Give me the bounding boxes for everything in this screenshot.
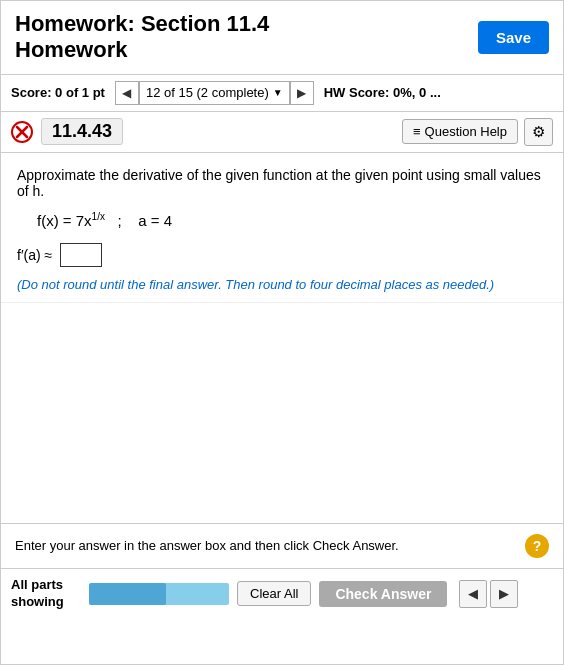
bottom-nav-prev-button[interactable]: ◀ xyxy=(459,580,487,608)
help-button[interactable]: ? xyxy=(525,534,549,558)
question-help-button[interactable]: ≡ Question Help xyxy=(402,119,518,144)
nav-next-button[interactable]: ▶ xyxy=(290,81,314,105)
answer-row: f′(a) ≈ xyxy=(17,243,547,267)
hint-text: (Do not round until the final answer. Th… xyxy=(17,277,547,292)
save-button[interactable]: Save xyxy=(478,21,549,54)
problem-content: Approximate the derivative of the given … xyxy=(1,153,563,303)
dropdown-arrow-icon: ▼ xyxy=(273,87,283,98)
all-parts-label: All partsshowing xyxy=(11,577,81,611)
clear-all-button[interactable]: Clear All xyxy=(237,581,311,606)
progress-bar xyxy=(89,583,229,605)
footer-text: Enter your answer in the answer box and … xyxy=(15,538,399,553)
bottom-nav: ◀ ▶ xyxy=(459,580,518,608)
problem-id: 11.4.43 xyxy=(41,118,123,145)
work-area xyxy=(1,303,563,523)
footer-instructions: Enter your answer in the answer box and … xyxy=(1,523,563,568)
check-answer-button[interactable]: Check Answer xyxy=(319,581,447,607)
page-title: Homework: Section 11.4 Homework xyxy=(15,11,269,64)
problem-id-area: 11.4.43 xyxy=(11,118,123,145)
problem-function: f(x) = 7x1/x ; a = 4 xyxy=(37,211,547,229)
incorrect-icon xyxy=(11,121,33,143)
list-icon: ≡ xyxy=(413,124,421,139)
header: Homework: Section 11.4 Homework Save xyxy=(1,1,563,75)
nav-prev-button[interactable]: ◀ xyxy=(115,81,139,105)
problem-instruction: Approximate the derivative of the given … xyxy=(17,167,547,199)
answer-input[interactable] xyxy=(60,243,102,267)
right-controls: ≡ Question Help ⚙ xyxy=(402,118,553,146)
progress-bar-fill xyxy=(89,583,166,605)
hw-score-label: HW Score: 0%, 0 ... xyxy=(324,85,441,100)
problem-nav-dropdown[interactable]: 12 of 15 (2 complete) ▼ xyxy=(139,81,290,105)
bottom-nav-next-button[interactable]: ▶ xyxy=(490,580,518,608)
bottom-bar: All partsshowing Clear All Check Answer … xyxy=(1,568,563,619)
settings-button[interactable]: ⚙ xyxy=(524,118,553,146)
score-label: Score: 0 of 1 pt xyxy=(11,85,105,100)
score-bar: Score: 0 of 1 pt ◀ 12 of 15 (2 complete)… xyxy=(1,75,563,112)
problem-header: 11.4.43 ≡ Question Help ⚙ xyxy=(1,112,563,153)
answer-label: f′(a) ≈ xyxy=(17,247,52,263)
